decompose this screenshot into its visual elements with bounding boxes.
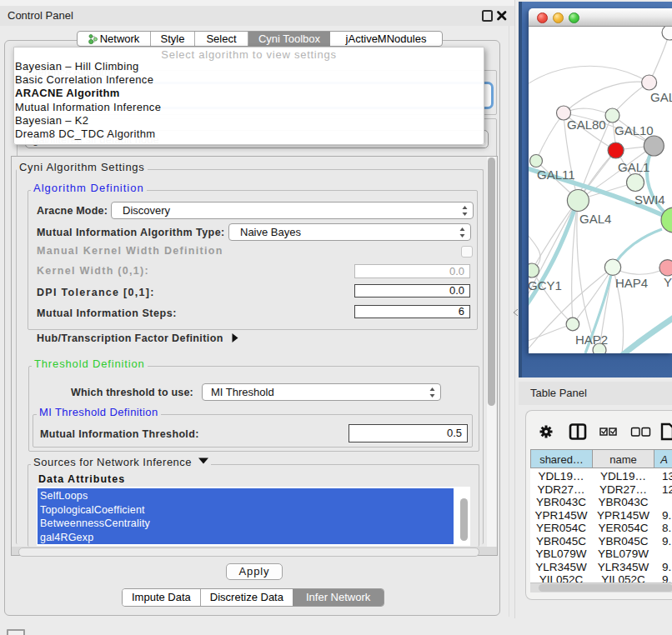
svg-text:GCY1: GCY1 — [529, 278, 562, 292]
svg-text:Y: Y — [664, 275, 672, 289]
svg-text:GAL: GAL — [650, 90, 672, 104]
svg-text:GAL11: GAL11 — [537, 168, 575, 182]
svg-text:SWI4: SWI4 — [634, 192, 665, 207]
svg-text:GAL80: GAL80 — [567, 118, 606, 132]
svg-text:GAL4: GAL4 — [579, 212, 611, 226]
svg-text:GAL1: GAL1 — [618, 160, 649, 174]
svg-text:HAP2: HAP2 — [575, 332, 608, 347]
svg-text:HAP4: HAP4 — [615, 276, 648, 290]
svg-text:GAL10: GAL10 — [614, 123, 654, 138]
